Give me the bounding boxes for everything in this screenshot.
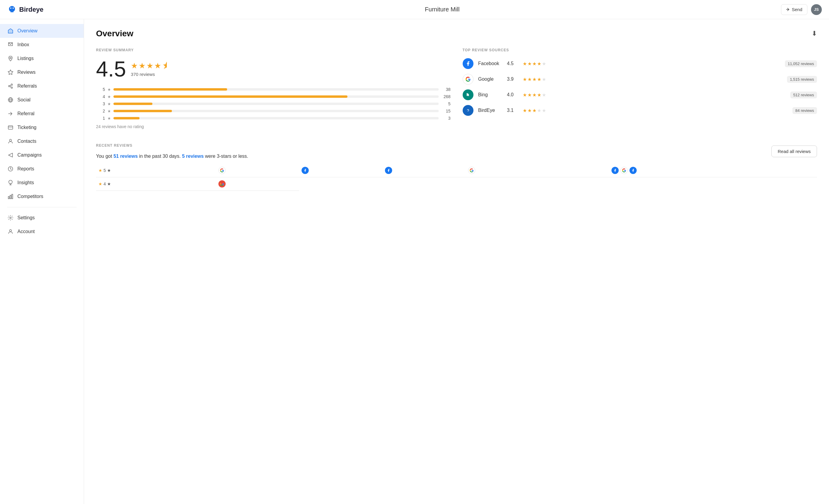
fb-star-3: ★ bbox=[532, 61, 537, 67]
sidebar-item-referral[interactable]: Referral bbox=[0, 107, 84, 120]
sidebar-item-social-label: Social bbox=[17, 97, 31, 103]
row-star-label: 5 ★ bbox=[104, 168, 111, 173]
sidebar-item-listings-label: Listings bbox=[17, 56, 34, 61]
source-row-bing: Bing 4.0 ★ ★ ★ ★ ★ 512 reviews bbox=[463, 89, 817, 100]
recent-reviews-text: You got 51 reviews in the past 30 days. … bbox=[96, 154, 248, 159]
sidebar-item-overview[interactable]: Overview bbox=[0, 24, 84, 38]
overview-icon bbox=[7, 28, 14, 34]
bar-fill-4 bbox=[113, 96, 348, 98]
review-source-fb2-icon bbox=[385, 167, 392, 174]
source-rating-birdeye: 3.1 bbox=[507, 108, 518, 113]
fb-star-2: ★ bbox=[528, 61, 532, 67]
sidebar-item-social[interactable]: Social bbox=[0, 93, 84, 107]
send-button[interactable]: ✈ Send bbox=[781, 4, 807, 15]
reviews-icon bbox=[7, 69, 14, 76]
birdeye-logo-icon bbox=[7, 5, 17, 14]
review-google-red-icon bbox=[218, 180, 226, 187]
svg-point-0 bbox=[10, 57, 11, 59]
header: Birdeye Furniture Mill ✈ Send JS bbox=[0, 0, 829, 19]
referral-icon bbox=[7, 110, 14, 117]
source-name-bing: Bing bbox=[478, 92, 502, 98]
svg-rect-5 bbox=[8, 126, 13, 129]
be-star-3: ★ bbox=[532, 108, 537, 113]
bar-track-1 bbox=[113, 117, 439, 119]
row-star-icon: ★ bbox=[99, 168, 102, 173]
g-star-1: ★ bbox=[522, 76, 527, 82]
overall-stars: ★ ★ ★ ★ ⯨ bbox=[131, 61, 170, 71]
sidebar-item-insights[interactable]: Insights bbox=[0, 176, 84, 190]
sidebar-item-ticketing[interactable]: Ticketing bbox=[0, 120, 84, 134]
sidebar-item-reviews[interactable]: Reviews bbox=[0, 65, 84, 79]
sidebar-item-contacts[interactable]: Contacts bbox=[0, 134, 84, 148]
bar-star-2: ★ bbox=[107, 109, 111, 113]
star-4: ★ bbox=[154, 61, 161, 71]
header-business-name: Furniture Mill bbox=[425, 6, 460, 13]
page-header: Overview ⬇ bbox=[96, 29, 817, 38]
bar-fill-3 bbox=[113, 103, 152, 105]
svg-point-3 bbox=[11, 87, 12, 88]
read-all-reviews-button[interactable]: Read all reviews bbox=[771, 145, 817, 157]
row-stars-4: ★ 4 ★ bbox=[96, 177, 216, 191]
bing-logo bbox=[463, 89, 473, 100]
bar-star-5: ★ bbox=[107, 87, 111, 92]
total-reviews-link[interactable]: 51 reviews bbox=[113, 154, 138, 159]
ticketing-icon bbox=[7, 124, 14, 131]
svg-rect-9 bbox=[10, 195, 11, 199]
sidebar-item-competitors[interactable]: Competitors bbox=[0, 190, 84, 204]
insights-icon bbox=[7, 179, 14, 186]
overview-two-col: REVIEW SUMMARY 4.5 ★ ★ ★ ★ ⯨ 370 reviews bbox=[96, 48, 817, 129]
sidebar-item-reports[interactable]: Reports bbox=[0, 162, 84, 176]
recent-text-post: were 3-stars or less. bbox=[204, 154, 248, 159]
low-reviews-link[interactable]: 5 reviews bbox=[182, 154, 204, 159]
table-row: ★ 5 ★ bbox=[96, 164, 817, 177]
be-star-1: ★ bbox=[522, 108, 527, 113]
sidebar-item-settings[interactable]: Settings bbox=[0, 211, 84, 225]
bar-fill-2 bbox=[113, 110, 172, 112]
sidebar-item-inbox[interactable]: Inbox bbox=[0, 38, 84, 51]
g-star-2: ★ bbox=[528, 76, 532, 82]
recent-reviews-section: RECENT REVIEWS You got 51 reviews in the… bbox=[96, 143, 817, 191]
sidebar-item-campaigns-label: Campaigns bbox=[17, 152, 42, 158]
recent-text-pre: You got bbox=[96, 154, 113, 159]
be-star-2: ★ bbox=[528, 108, 532, 113]
review-table: ★ 5 ★ bbox=[96, 164, 817, 191]
sidebar-item-referrals[interactable]: Referrals bbox=[0, 79, 84, 93]
google-logo bbox=[463, 74, 473, 84]
main-content: Overview ⬇ REVIEW SUMMARY 4.5 ★ ★ ★ ★ ⯨ bbox=[84, 19, 829, 504]
sidebar-item-listings[interactable]: Listings bbox=[0, 51, 84, 65]
review-source-fb3-icon bbox=[611, 167, 619, 174]
svg-point-6 bbox=[10, 139, 12, 141]
b-star-3: ★ bbox=[532, 92, 537, 98]
review-source-fb2 bbox=[383, 164, 466, 177]
g-star-4: ★ bbox=[537, 76, 541, 82]
sidebar-item-overview-label: Overview bbox=[17, 28, 37, 34]
header-actions: ✈ Send JS bbox=[781, 4, 822, 15]
svg-point-2 bbox=[11, 84, 12, 85]
source-badge-birdeye: 84 reviews bbox=[792, 107, 817, 114]
rating-number: 4.5 bbox=[96, 58, 126, 80]
review-count: 370 reviews bbox=[131, 72, 170, 77]
star-5-half: ⯨ bbox=[162, 61, 170, 71]
page-title: Overview bbox=[96, 29, 134, 38]
bar-fill-1 bbox=[113, 117, 140, 119]
source-rating-facebook: 4.5 bbox=[507, 61, 518, 66]
review-source-google2-icon bbox=[468, 167, 475, 174]
b-star-2: ★ bbox=[528, 92, 532, 98]
bar-label-1: 1 bbox=[96, 116, 105, 120]
bar-label-3: 3 bbox=[96, 101, 105, 106]
review-source-fb1 bbox=[299, 164, 382, 177]
source-stars-birdeye: ★ ★ ★ ★ ★ bbox=[522, 108, 546, 113]
review-source-g1 bbox=[216, 164, 299, 177]
bar-count-3: 5 bbox=[441, 101, 450, 106]
source-stars-facebook: ★ ★ ★ ★ ★ bbox=[522, 61, 546, 67]
sidebar-item-account[interactable]: Account bbox=[0, 225, 84, 239]
sidebar-item-campaigns[interactable]: Campaigns bbox=[0, 148, 84, 162]
row-stars-5: ★ 5 ★ bbox=[96, 164, 216, 177]
row4-star-icon: ★ bbox=[99, 181, 102, 186]
svg-rect-8 bbox=[8, 196, 9, 199]
star-1: ★ bbox=[131, 61, 138, 71]
social-icon bbox=[7, 97, 14, 103]
bar-star-3: ★ bbox=[107, 102, 111, 106]
send-label: Send bbox=[792, 7, 802, 12]
download-icon[interactable]: ⬇ bbox=[812, 30, 817, 37]
